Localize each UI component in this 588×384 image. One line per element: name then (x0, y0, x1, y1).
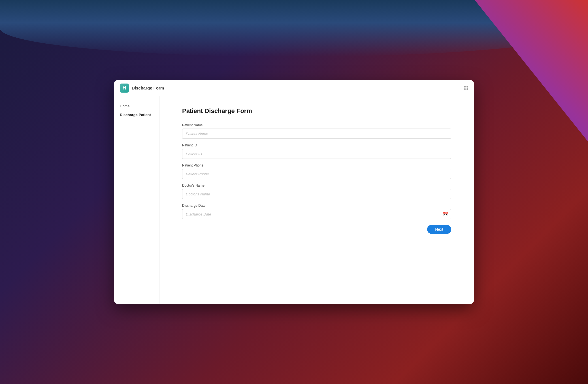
sidebar: Home Discharge Patient (114, 96, 159, 304)
app-logo: H (120, 84, 129, 93)
app-header: H Discharge Form (114, 80, 474, 96)
discharge-date-group: Discharge Date 📅 (182, 204, 451, 219)
patient-phone-label: Patient Phone (182, 163, 451, 167)
grid-dot (464, 88, 465, 89)
app-window: H Discharge Form Home Discharge Patient … (114, 80, 474, 304)
grid-dot (467, 89, 468, 90)
grid-dot (464, 86, 465, 87)
form-actions: Next (182, 225, 451, 234)
apps-menu-icon[interactable] (464, 86, 468, 90)
patient-id-group: Patient ID (182, 143, 451, 159)
doctors-name-group: Doctor's Name (182, 184, 451, 199)
date-input-wrapper: 📅 (182, 209, 451, 219)
grid-dot (467, 88, 468, 89)
grid-dot (465, 86, 466, 87)
next-button[interactable]: Next (427, 225, 451, 234)
patient-name-input[interactable] (182, 129, 451, 139)
sidebar-item-discharge-patient[interactable]: Discharge Patient (114, 110, 159, 119)
calendar-icon[interactable]: 📅 (443, 212, 448, 217)
sidebar-item-home[interactable]: Home (114, 102, 159, 110)
grid-dot (465, 88, 466, 89)
logo-letter: H (123, 85, 126, 91)
patient-name-label: Patient Name (182, 123, 451, 127)
discharge-date-label: Discharge Date (182, 204, 451, 208)
form-title: Patient Discharge Form (182, 107, 451, 115)
doctors-name-label: Doctor's Name (182, 184, 451, 187)
patient-phone-input[interactable] (182, 169, 451, 179)
patient-id-label: Patient ID (182, 143, 451, 147)
main-content: Patient Discharge Form Patient Name Pati… (159, 96, 474, 304)
grid-dot (467, 86, 468, 87)
patient-id-input[interactable] (182, 149, 451, 159)
patient-name-group: Patient Name (182, 123, 451, 139)
app-body: Home Discharge Patient Patient Discharge… (114, 96, 474, 304)
app-title: Discharge Form (132, 86, 464, 90)
grid-dot (465, 89, 466, 90)
patient-phone-group: Patient Phone (182, 163, 451, 179)
doctors-name-input[interactable] (182, 189, 451, 199)
grid-dot (464, 89, 465, 90)
discharge-date-input[interactable] (182, 209, 451, 219)
